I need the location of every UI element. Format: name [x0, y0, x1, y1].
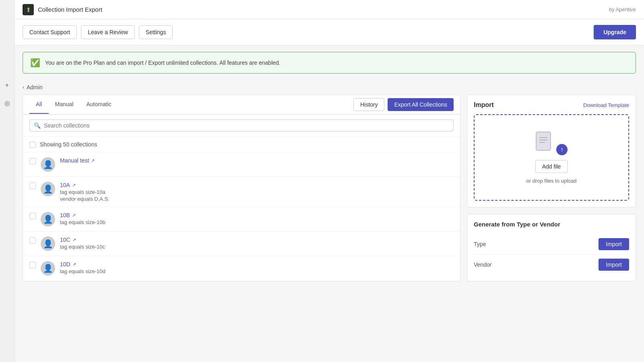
collection-name-text: 10C	[60, 237, 70, 243]
upload-icon: ↑	[556, 144, 568, 155]
collection-checkbox[interactable]	[29, 237, 36, 244]
header: ⬆ Collection Import Export by Aperitive	[14, 0, 644, 19]
avatar: 👤	[41, 157, 55, 172]
contact-support-button[interactable]: Contact Support	[23, 25, 77, 39]
upgrade-button[interactable]: Upgrade	[594, 25, 636, 39]
generate-type-row: Type Import	[474, 234, 629, 255]
tab-all[interactable]: All	[29, 95, 49, 114]
import-title: Import	[474, 101, 494, 109]
collection-tag: vendor equals D.A.S.	[60, 196, 454, 202]
collection-name-text: 10A	[60, 182, 70, 188]
collection-item: 👤 10D ↗ tag equals size-10d	[23, 256, 460, 280]
collection-name-link[interactable]: Manual test ↗	[60, 157, 454, 164]
collection-checkbox[interactable]	[29, 262, 36, 268]
search-input[interactable]	[44, 122, 449, 129]
tab-automatic[interactable]: Automatic	[80, 95, 118, 114]
check-circle-icon: ✅	[30, 58, 40, 68]
tabs-group: All Manual Automatic	[29, 95, 118, 114]
collection-item: 👤 Manual test ↗	[23, 152, 460, 177]
svg-text:↑: ↑	[560, 146, 564, 153]
tabs-actions: History Export All Collections	[353, 95, 454, 114]
collection-tag: tag equals size-10b	[60, 219, 454, 225]
collection-info: 10A ↗ tag equals size-10a vendor equals …	[60, 182, 454, 202]
generate-card: Generate from Type or Vendor Type Import…	[467, 214, 636, 282]
pro-plan-banner: ✅ You are on the Pro Plan and can import…	[23, 52, 636, 74]
avatar-icon: 👤	[43, 184, 53, 194]
collection-item: 👤 10B ↗ tag equals size-10b	[23, 207, 460, 232]
svg-text:⬆: ⬆	[26, 6, 31, 13]
collection-checkbox[interactable]	[29, 213, 36, 219]
breadcrumb[interactable]: ‹ Admin	[14, 80, 644, 95]
import-vendor-button[interactable]: Import	[599, 259, 629, 271]
import-card: Import Download Template ↑	[467, 95, 636, 208]
collection-info: 10C ↗ tag equals size-10c	[60, 237, 454, 250]
breadcrumb-label: Admin	[27, 84, 43, 90]
collection-item: 👤 10C ↗ tag equals size-10c	[23, 232, 460, 256]
tabs-bar: All Manual Automatic History Export All …	[23, 95, 460, 115]
import-header: Import Download Template	[474, 101, 629, 109]
select-all-checkbox[interactable]	[29, 142, 36, 148]
collection-item: 👤 10A ↗ tag equals size-10a vendor equal…	[23, 177, 460, 207]
generate-vendor-row: Vendor Import	[474, 255, 629, 275]
add-file-button[interactable]: Add file	[535, 160, 568, 173]
side-navigation: + ◎	[0, 0, 14, 290]
collection-name-text: Manual test	[60, 157, 89, 164]
settings-button[interactable]: Settings	[139, 25, 173, 39]
right-panel: Import Download Template ↑	[467, 95, 636, 282]
external-link-icon: ↗	[72, 213, 76, 218]
app-title: Collection Import Export	[38, 6, 609, 13]
collection-info: 10D ↗ tag equals size-10d	[60, 261, 454, 274]
collection-name-link[interactable]: 10B ↗	[60, 212, 454, 218]
generate-type-label: Type	[474, 241, 486, 247]
avatar: 👤	[41, 212, 55, 226]
app-logo: ⬆	[23, 4, 34, 15]
collection-checkbox[interactable]	[29, 183, 36, 189]
avatar-icon: 👤	[43, 160, 53, 169]
collection-name-text: 10B	[60, 212, 70, 218]
collections-panel: All Manual Automatic History Export All …	[23, 95, 460, 282]
collection-info: 10B ↗ tag equals size-10b	[60, 212, 454, 225]
tab-manual[interactable]: Manual	[49, 95, 80, 114]
search-icon: 🔍	[34, 122, 41, 129]
collection-name-link[interactable]: 10A ↗	[60, 182, 454, 188]
download-template-link[interactable]: Download Template	[583, 102, 629, 108]
side-nav-add-icon[interactable]: +	[2, 80, 12, 90]
collection-tag: tag equals size-10c	[60, 244, 454, 250]
history-button[interactable]: History	[353, 98, 385, 111]
file-icon	[535, 131, 555, 151]
collection-checkbox[interactable]	[29, 158, 36, 165]
side-nav-settings-icon[interactable]: ◎	[2, 98, 12, 108]
collection-tag: tag equals size-10a	[60, 189, 454, 195]
drop-zone-icons: ↑	[535, 131, 568, 155]
collection-name-link[interactable]: 10D ↗	[60, 261, 454, 267]
drop-zone[interactable]: ↑ Add file or drop files to upload	[474, 114, 629, 201]
breadcrumb-arrow-icon: ‹	[23, 84, 24, 90]
header-by: by Aperitive	[609, 6, 636, 12]
showing-row: Showing 50 collections	[23, 137, 460, 152]
search-wrap: 🔍	[23, 115, 460, 137]
leave-review-button[interactable]: Leave a Review	[81, 25, 135, 39]
drop-text: or drop files to upload	[526, 178, 576, 184]
collection-info: Manual test ↗	[60, 157, 454, 164]
avatar-icon: 👤	[43, 214, 53, 224]
export-all-button[interactable]: Export All Collections	[388, 98, 454, 111]
banner-message: You are on the Pro Plan and can import /…	[45, 60, 281, 66]
main-layout: All Manual Automatic History Export All …	[14, 95, 644, 290]
import-type-button[interactable]: Import	[599, 238, 629, 250]
avatar: 👤	[41, 237, 55, 251]
search-box[interactable]: 🔍	[29, 119, 454, 132]
collection-tag: tag equals size-10d	[60, 268, 454, 274]
avatar-icon: 👤	[43, 239, 53, 249]
svg-rect-2	[536, 132, 551, 150]
external-link-icon: ↗	[72, 237, 76, 243]
toolbar: Contact Support Leave a Review Settings …	[14, 19, 644, 45]
generate-vendor-label: Vendor	[474, 261, 491, 268]
showing-text: Showing 50 collections	[40, 141, 97, 148]
avatar: 👤	[41, 182, 55, 196]
collection-name-text: 10D	[60, 261, 70, 267]
generate-title: Generate from Type or Vendor	[474, 221, 629, 228]
avatar: 👤	[41, 261, 55, 276]
collection-name-link[interactable]: 10C ↗	[60, 237, 454, 243]
external-link-icon: ↗	[72, 262, 76, 267]
avatar-icon: 👤	[43, 263, 53, 273]
